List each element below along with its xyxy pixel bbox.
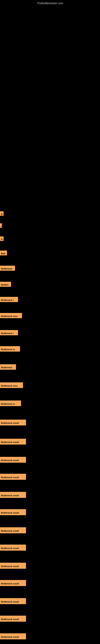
- bottleneck-result-label: Bottleneck result: [0, 633, 26, 639]
- bottleneck-result-label: Bottlen: [0, 282, 11, 287]
- bottleneck-result-label: Bottleneck resu: [0, 382, 23, 388]
- bottleneck-result-label: Bottleneck result: [0, 527, 26, 533]
- bottleneck-result-label: Bottleneck result: [0, 474, 26, 480]
- bottleneck-result-label: Bottleneck result: [0, 616, 26, 622]
- bottleneck-result-label: B: [0, 211, 3, 216]
- bottleneck-result-label: Bottleneck resu: [0, 313, 22, 318]
- bottleneck-result-label: Bottleneck re: [0, 346, 20, 352]
- bottleneck-result-label: |: [0, 224, 2, 228]
- bottleneck-result-label: Bottleneck result: [0, 509, 26, 515]
- bottleneck-result-label: Bottleneck result: [0, 563, 26, 569]
- bottleneck-result-label: Bott: [0, 250, 7, 256]
- bottleneck-result-label: B: [0, 236, 3, 241]
- bottleneck-result-label: Bottleneck result: [0, 439, 26, 444]
- bottleneck-result-label: Bottleneck r: [0, 297, 18, 302]
- bottleneck-result-label: Bottleneck re: [0, 400, 21, 406]
- bottleneck-result-label: Bottleneck result: [0, 580, 26, 586]
- bottleneck-result-label: Bottleneck result: [0, 544, 26, 550]
- bottleneck-result-label: Bottleneck result: [0, 420, 26, 426]
- site-title: TheBottlenecker.com: [37, 2, 63, 5]
- bottleneck-result-label: Bottleneck result: [0, 598, 26, 604]
- bottleneck-result-label: Bottleneck r: [0, 330, 18, 335]
- bottleneck-result-label: Bottleneck: [0, 266, 15, 271]
- bottleneck-result-label: Bottleneck: [0, 364, 16, 370]
- bottleneck-result-label: Bottleneck result: [0, 457, 26, 463]
- bottleneck-result-label: Bottleneck result: [0, 492, 26, 498]
